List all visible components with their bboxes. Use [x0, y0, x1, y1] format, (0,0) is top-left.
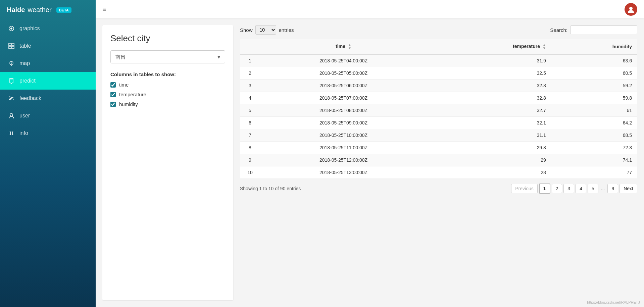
cell-num: 5 — [240, 104, 260, 117]
col-header-humidity[interactable]: humidity — [551, 39, 637, 54]
table-controls: Show 10 25 50 100 entries Search: — [240, 25, 637, 35]
table-row: 1 2018-05-25T04:00:00Z 31.9 63.6 — [240, 54, 637, 67]
cell-num: 7 — [240, 129, 260, 142]
search-box: Search: — [550, 25, 637, 34]
cell-time: 2018-05-25T04:00:00Z — [260, 54, 427, 67]
cell-temperature: 32.8 — [427, 80, 551, 92]
feedback-icon — [8, 95, 15, 102]
svg-line-13 — [9, 99, 12, 100]
page-btn-2[interactable]: 2 — [552, 184, 562, 193]
sidebar-item-info[interactable]: H info — [0, 124, 96, 142]
cell-time: 2018-05-25T05:00:00Z — [260, 67, 427, 80]
cell-time: 2018-05-25T07:00:00Z — [260, 92, 427, 104]
sidebar-item-user[interactable]: user — [0, 107, 96, 124]
col-header-time[interactable]: time ▲▼ — [260, 39, 427, 54]
page-btn-1[interactable]: 1 — [539, 184, 550, 194]
city-select-wrapper: 南昌 北京 上海 广州 深圳 ▼ — [110, 50, 225, 63]
cell-time: 2018-05-25T13:00:00Z — [260, 166, 427, 179]
table-row: 10 2018-05-25T13:00:00Z 28 77 — [240, 166, 637, 179]
sidebar-item-map[interactable]: map — [0, 55, 96, 72]
entries-select[interactable]: 10 25 50 100 — [255, 25, 276, 35]
search-input[interactable] — [570, 25, 637, 34]
svg-line-11 — [9, 97, 14, 98]
checkbox-humidity: humidity — [110, 101, 225, 107]
cell-temperature: 31.1 — [427, 129, 551, 142]
table-row: 7 2018-05-25T10:00:00Z 31.1 68.5 — [240, 129, 637, 142]
cell-time: 2018-05-25T09:00:00Z — [260, 117, 427, 129]
entries-label: entries — [279, 27, 294, 33]
table-row: 6 2018-05-25T09:00:00Z 32.1 64.2 — [240, 117, 637, 129]
sidebar-label-map: map — [19, 60, 30, 66]
cell-time: 2018-05-25T12:00:00Z — [260, 154, 427, 166]
brand-weather: weather — [28, 6, 51, 14]
cell-time: 2018-05-25T10:00:00Z — [260, 129, 427, 142]
cell-num: 2 — [240, 67, 260, 80]
cell-humidity: 60.5 — [551, 67, 637, 80]
user-avatar[interactable] — [625, 3, 637, 16]
col-header-num — [240, 39, 260, 54]
pagination-controls: Previous 1 2 3 4 5 ... 9 Next — [511, 184, 637, 194]
predict-icon — [8, 78, 15, 84]
sidebar-item-feedback[interactable]: feedback — [0, 90, 96, 107]
page-btn-5[interactable]: 5 — [588, 184, 598, 193]
cell-humidity: 64.2 — [551, 117, 637, 129]
page-btn-4[interactable]: 4 — [576, 184, 586, 193]
hamburger-button[interactable]: ≡ — [102, 5, 106, 13]
city-select[interactable]: 南昌 北京 上海 广州 深圳 — [110, 50, 225, 63]
svg-rect-5 — [12, 46, 14, 49]
checkbox-temperature-label: temperature — [119, 92, 146, 97]
temp-sort-icons: ▲▼ — [543, 43, 546, 50]
cell-humidity: 74.1 — [551, 154, 637, 166]
columns-label: Columns in tables to show: — [110, 71, 225, 77]
pagination-showing-text: Showing 1 to 10 of 90 entries — [240, 186, 301, 191]
next-button[interactable]: Next — [620, 184, 637, 193]
cell-num: 1 — [240, 54, 260, 67]
cell-temperature: 28 — [427, 166, 551, 179]
cell-temperature: 32.1 — [427, 117, 551, 129]
svg-point-15 — [629, 7, 633, 10]
beta-badge: BETA — [56, 7, 71, 13]
sidebar-label-info: info — [19, 130, 28, 136]
time-sort-icons: ▲▼ — [348, 43, 351, 50]
right-panel: Show 10 25 50 100 entries Search: — [240, 25, 637, 300]
cell-humidity: 77 — [551, 166, 637, 179]
cell-num: 9 — [240, 154, 260, 166]
checkbox-temperature: temperature — [110, 92, 225, 97]
checkbox-temperature-input[interactable] — [110, 92, 116, 97]
select-city-title: Select city — [110, 33, 225, 44]
checkbox-time-label: time — [119, 82, 129, 88]
previous-button[interactable]: Previous — [511, 184, 537, 193]
table-row: 3 2018-05-25T06:00:00Z 32.8 59.2 — [240, 80, 637, 92]
info-icon: H — [8, 130, 15, 137]
table-row: 4 2018-05-25T07:00:00Z 32.8 59.8 — [240, 92, 637, 104]
checkbox-time-input[interactable] — [110, 82, 116, 88]
map-icon — [8, 60, 15, 67]
cell-num: 4 — [240, 92, 260, 104]
content-area: Select city 南昌 北京 上海 广州 深圳 ▼ Columns in … — [96, 18, 644, 307]
sidebar-label-graphics: graphics — [19, 25, 40, 32]
table-body: 1 2018-05-25T04:00:00Z 31.9 63.6 2 2018-… — [240, 54, 637, 179]
page-btn-3[interactable]: 3 — [563, 184, 574, 193]
brand-haide: Haide — [7, 6, 25, 14]
cell-humidity: 59.2 — [551, 80, 637, 92]
svg-rect-2 — [9, 43, 11, 46]
checkbox-time: time — [110, 82, 225, 88]
checkbox-humidity-input[interactable] — [110, 102, 116, 107]
col-header-temperature[interactable]: temperature ▲▼ — [427, 39, 551, 54]
cell-num: 3 — [240, 80, 260, 92]
sidebar-label-table: table — [19, 43, 31, 49]
topbar: ≡ — [96, 0, 644, 18]
user-icon — [8, 112, 15, 119]
sidebar: Haide weather BETA graphics table — [0, 0, 96, 307]
sidebar-item-graphics[interactable]: graphics — [0, 20, 96, 37]
sidebar-header: Haide weather BETA — [0, 0, 96, 20]
sidebar-item-table[interactable]: table — [0, 37, 96, 55]
sidebar-item-predict[interactable]: predict — [0, 72, 96, 90]
main-area: ≡ Select city 南昌 北京 上海 广州 深圳 ▼ Co — [96, 0, 644, 307]
sidebar-label-feedback: feedback — [19, 95, 41, 101]
table-row: 2 2018-05-25T05:00:00Z 32.5 60.5 — [240, 67, 637, 80]
cell-humidity: 72.3 — [551, 142, 637, 154]
show-label: Show — [240, 27, 253, 33]
cell-time: 2018-05-25T08:00:00Z — [260, 104, 427, 117]
page-btn-9[interactable]: 9 — [607, 184, 618, 193]
